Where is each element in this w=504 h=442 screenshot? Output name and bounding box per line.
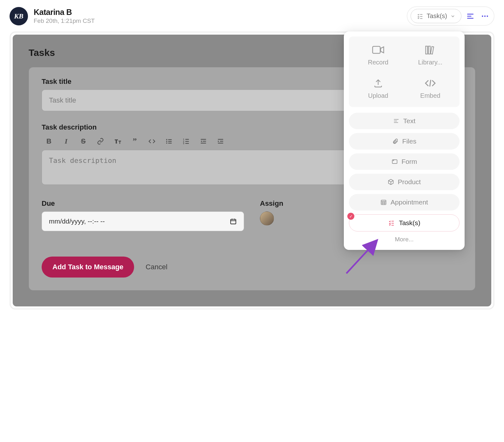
library-option[interactable]: Library... bbox=[404, 44, 456, 66]
assignee-avatar[interactable] bbox=[260, 211, 274, 225]
svg-rect-14 bbox=[168, 143, 172, 144]
italic-button[interactable]: I bbox=[62, 137, 70, 145]
svg-rect-33 bbox=[373, 46, 380, 53]
svg-point-9 bbox=[166, 139, 167, 140]
numbered-list-button[interactable]: 123 bbox=[182, 137, 190, 145]
media-grid: Record Library... Upload Embed bbox=[349, 37, 460, 107]
svg-rect-12 bbox=[168, 141, 172, 142]
message-header: KB Katarina B Feb 20th, 1:21pm CST Task(… bbox=[10, 6, 494, 26]
svg-rect-18 bbox=[185, 141, 189, 142]
due-placeholder-text: mm/dd/yyyy, --:-- -- bbox=[49, 218, 105, 225]
strikethrough-button[interactable]: S bbox=[79, 137, 87, 145]
tasks-icon bbox=[388, 219, 395, 226]
svg-rect-36 bbox=[428, 46, 430, 54]
check-icon: ✓ bbox=[347, 213, 354, 220]
svg-line-38 bbox=[430, 80, 431, 87]
due-datetime-input[interactable]: mm/dd/yyyy, --:-- -- bbox=[42, 211, 244, 231]
svg-rect-29 bbox=[231, 219, 236, 224]
svg-point-7 bbox=[484, 15, 486, 17]
svg-point-6 bbox=[482, 15, 483, 17]
author-name: Katarina B bbox=[34, 8, 95, 17]
bullet-list-button[interactable] bbox=[165, 137, 173, 145]
outdent-button[interactable] bbox=[199, 137, 208, 145]
svg-rect-22 bbox=[203, 141, 206, 142]
product-option[interactable]: Product bbox=[349, 174, 460, 190]
svg-rect-35 bbox=[426, 46, 427, 54]
embed-option[interactable]: Embed bbox=[404, 77, 456, 99]
author-avatar[interactable]: KB bbox=[10, 7, 28, 25]
block-type-selector[interactable]: Task(s) bbox=[411, 9, 461, 23]
record-option[interactable]: Record bbox=[352, 44, 404, 66]
block-type-list: Text Files Form Product bbox=[349, 113, 460, 231]
svg-rect-26 bbox=[220, 141, 223, 142]
upload-icon bbox=[372, 77, 385, 89]
svg-point-13 bbox=[166, 143, 167, 144]
text-size-button[interactable] bbox=[113, 137, 122, 145]
svg-rect-10 bbox=[168, 139, 172, 140]
svg-rect-25 bbox=[218, 139, 223, 140]
svg-rect-42 bbox=[392, 160, 397, 164]
calendar-grid-icon bbox=[380, 199, 387, 205]
svg-text:3: 3 bbox=[183, 142, 184, 144]
svg-rect-44 bbox=[381, 200, 386, 204]
tasks-icon bbox=[417, 13, 424, 20]
block-type-popover: Record Library... Upload Embed bbox=[344, 31, 465, 250]
svg-rect-16 bbox=[185, 139, 189, 140]
text-icon bbox=[393, 118, 399, 124]
svg-rect-20 bbox=[185, 143, 189, 144]
author-meta: Katarina B Feb 20th, 1:21pm CST bbox=[34, 8, 95, 24]
form-option[interactable]: Form bbox=[349, 153, 460, 170]
svg-rect-21 bbox=[201, 139, 206, 140]
quote-button[interactable]: ” bbox=[131, 137, 139, 145]
upload-option[interactable]: Upload bbox=[352, 77, 404, 99]
add-task-button[interactable]: Add Task to Message bbox=[42, 257, 134, 278]
svg-marker-34 bbox=[381, 47, 384, 53]
more-menu-button[interactable] bbox=[479, 10, 491, 22]
message-timestamp: Feb 20th, 1:21pm CST bbox=[34, 17, 95, 24]
paperclip-icon bbox=[392, 138, 398, 144]
link-button[interactable] bbox=[96, 137, 105, 145]
bold-button[interactable]: B bbox=[45, 137, 53, 145]
svg-rect-27 bbox=[218, 143, 223, 144]
code-icon bbox=[424, 77, 437, 89]
svg-point-8 bbox=[487, 15, 488, 17]
svg-marker-28 bbox=[218, 140, 219, 142]
svg-marker-24 bbox=[201, 140, 202, 142]
library-icon bbox=[424, 44, 437, 56]
header-actions: Task(s) bbox=[407, 6, 494, 26]
svg-rect-23 bbox=[201, 143, 206, 144]
tasks-option[interactable]: ✓ Task(s) bbox=[349, 214, 460, 231]
block-type-label: Task(s) bbox=[427, 12, 447, 20]
more-options[interactable]: More... bbox=[349, 231, 460, 245]
code-button[interactable] bbox=[148, 137, 156, 145]
chevron-down-icon bbox=[450, 14, 455, 19]
content-panel: Tasks Task title Task description B I S … bbox=[10, 31, 494, 310]
svg-point-11 bbox=[166, 141, 167, 142]
cube-icon bbox=[388, 179, 394, 185]
appointment-option[interactable]: Appointment bbox=[349, 194, 460, 211]
svg-rect-37 bbox=[431, 46, 434, 54]
video-icon bbox=[372, 44, 385, 56]
text-option[interactable]: Text bbox=[349, 113, 460, 129]
due-label: Due bbox=[42, 199, 244, 208]
indent-button[interactable] bbox=[216, 137, 225, 145]
align-button[interactable] bbox=[465, 10, 476, 22]
files-option[interactable]: Files bbox=[349, 133, 460, 150]
cancel-button[interactable]: Cancel bbox=[144, 263, 169, 271]
calendar-icon bbox=[230, 218, 237, 225]
form-icon bbox=[392, 158, 398, 165]
